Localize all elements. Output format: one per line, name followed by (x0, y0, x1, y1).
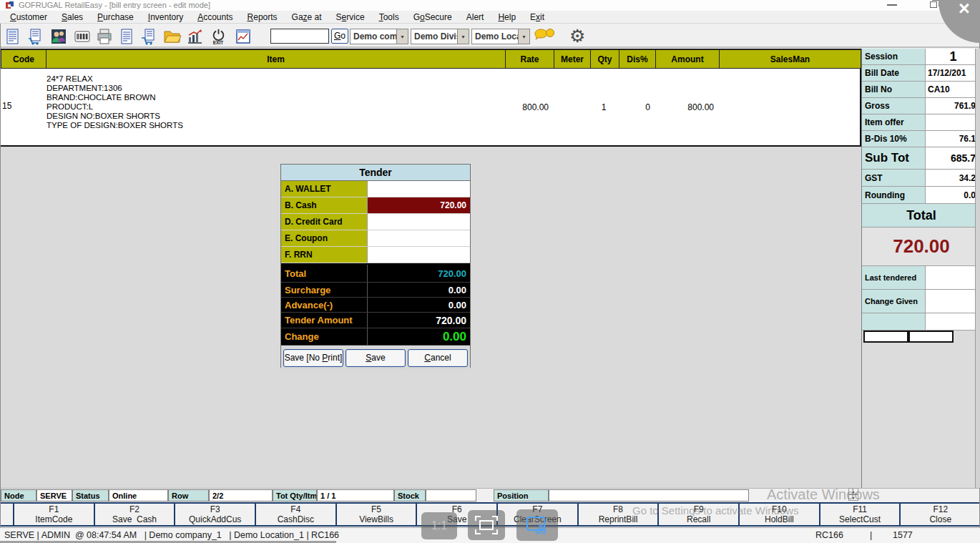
wallet-input[interactable] (367, 181, 470, 197)
rrn-input[interactable] (367, 247, 470, 263)
credit-card-input[interactable] (367, 214, 470, 230)
item-line: DESIGN NO:BOXER SHORTS (46, 112, 504, 121)
tender-amount-row: Tender Amount 720.00 (281, 313, 470, 328)
location-dropdown[interactable]: Demo Location ▼ (471, 29, 530, 44)
fkey-f2-save-cash[interactable]: F2 Save Cash (95, 504, 176, 525)
close-icon[interactable]: × (959, 0, 970, 20)
item-line: DEPARTMENT:1306 (46, 84, 504, 93)
barcode-print-icon[interactable] (72, 26, 92, 47)
position-value (549, 489, 749, 502)
bill-list-icon[interactable] (117, 26, 137, 47)
exit-icon[interactable]: EXIT (208, 26, 228, 47)
activate-windows-watermark-line2: Go to Settings to activate Windows (632, 504, 799, 517)
tender-title: Tender (281, 165, 470, 181)
table-row[interactable]: 15 24*7 RELAX DEPARTMENT:1306 BRAND:CHOC… (0, 69, 861, 147)
bdis-label: B-Dis 10% (862, 131, 926, 147)
row-amount: 800.00 (655, 69, 718, 145)
tender-cash-row: B. Cash 720.00 (281, 197, 470, 214)
total-value: 720.00 (862, 228, 980, 266)
node-label: Node (1, 489, 36, 502)
capture-frame-button[interactable] (468, 510, 505, 540)
column-header-meter: Meter (554, 50, 591, 68)
menu-gaze-at[interactable]: Gaze at (285, 12, 329, 22)
menu-exit[interactable]: Exit (523, 12, 552, 22)
sales-bill-icon[interactable] (25, 26, 45, 47)
customers-icon[interactable] (49, 26, 69, 47)
company-dropdown[interactable]: Demo company_ ▼ (350, 29, 408, 44)
menu-inventory[interactable]: Inventory (141, 12, 190, 22)
minimize-button[interactable] (887, 4, 897, 6)
tender-amount-value: 720.00 (367, 313, 470, 328)
fkey-code: F5 (371, 504, 381, 514)
chevron-down-icon[interactable]: ▼ (518, 29, 529, 44)
advance-label: Advance(-) (281, 298, 367, 312)
last-tendered-value (926, 266, 980, 289)
tender-total-row: Total 720.00 (281, 265, 470, 283)
go-button[interactable]: Go (331, 29, 348, 44)
capture-ratio-button[interactable]: 1:1 (421, 512, 457, 539)
purchase-bill-icon[interactable] (139, 26, 159, 47)
menu-gosecure[interactable]: GoSecure (406, 12, 459, 22)
search-input[interactable] (270, 29, 329, 44)
panel-scrollbar[interactable] (975, 49, 980, 488)
menu-alert[interactable]: Alert (459, 12, 491, 22)
division-dropdown[interactable]: Demo Division ▼ (411, 29, 469, 44)
fkey-f11-selectcust[interactable]: F11 SelectCust (820, 504, 901, 525)
menu-tools[interactable]: Tools (372, 12, 406, 22)
fkey-f1-itemcode[interactable]: F1 ItemCode (14, 504, 95, 525)
chevron-down-icon[interactable]: ▼ (396, 29, 408, 44)
fkey-f4-cashdisc[interactable]: F4 CashDisc (256, 504, 337, 525)
menu-purchase[interactable]: Purchase (90, 12, 141, 22)
change-given-label: Change Given (862, 290, 926, 313)
menu-service[interactable]: Service (329, 12, 372, 22)
ratio-label: 1:1 (431, 519, 447, 532)
new-bill-icon[interactable] (3, 26, 23, 47)
fkey-f12-close[interactable]: F12 Close (901, 504, 980, 525)
entry-box[interactable] (908, 331, 954, 343)
coupon-input[interactable] (367, 230, 470, 247)
menu-reports[interactable]: Reports (240, 12, 285, 22)
menu-customer[interactable]: Customer (3, 12, 54, 22)
row-item-description: 24*7 RELAX DEPARTMENT:1306 BRAND:CHOCLAT… (45, 69, 504, 145)
tender-credit-card-row: D. Credit Card (281, 214, 470, 230)
restore-button[interactable] (930, 1, 937, 8)
print-icon[interactable] (94, 26, 114, 47)
cancel-button[interactable]: Cancel (408, 349, 468, 367)
capture-snip-button[interactable] (516, 509, 558, 541)
total-header: Total (862, 204, 980, 228)
window-title: GOFRUGAL RetailEasy - [bill entry screen… (19, 1, 210, 9)
rrn-label: F. RRN (281, 247, 367, 263)
menu-accounts[interactable]: Accounts (190, 12, 240, 22)
chat-icon[interactable] (534, 27, 556, 49)
bill-no-value: CA10 (926, 82, 980, 97)
save-button[interactable]: Save (346, 349, 406, 367)
empty-value (926, 313, 980, 330)
reports-icon[interactable] (233, 26, 253, 47)
menu-help[interactable]: Help (491, 12, 523, 22)
sales-analysis-icon[interactable] (185, 26, 205, 47)
summary-bill-no-row: Bill No CA10 (862, 82, 980, 98)
save-no-print-button[interactable]: Save [No Print] (283, 349, 343, 367)
chevron-down-icon[interactable]: ▼ (457, 29, 469, 44)
fkey-label: Close (929, 514, 951, 524)
cash-input[interactable]: 720.00 (367, 197, 470, 214)
menu-sales[interactable]: Sales (54, 12, 90, 22)
fkey-f5-viewbills[interactable]: F5 ViewBills (337, 504, 418, 525)
credit-card-label: D. Credit Card (281, 214, 367, 230)
frame-icon (474, 515, 499, 535)
open-bills-icon[interactable] (162, 26, 182, 47)
tender-button-bar: Save [No Print] Save Cancel (281, 346, 470, 370)
settings-gear-icon[interactable]: ⚙ (569, 25, 585, 47)
tot-qty-value: 1 / 1 (317, 489, 394, 502)
node-value: SERVE (36, 489, 72, 502)
fkey-code: F1 (49, 504, 59, 514)
entry-box[interactable] (863, 331, 908, 343)
fkey-f3-quickaddcus[interactable]: F3 QuickAddCus (175, 504, 256, 525)
fkey-code: F4 (290, 504, 300, 514)
company-dropdown-value: Demo company_ (351, 31, 396, 41)
row-meter (553, 69, 589, 145)
column-header-salesman: SalesMan (720, 50, 861, 68)
snip-icon (524, 514, 550, 536)
tender-coupon-row: E. Coupon (281, 230, 470, 247)
row-dis: 0 (618, 69, 655, 145)
